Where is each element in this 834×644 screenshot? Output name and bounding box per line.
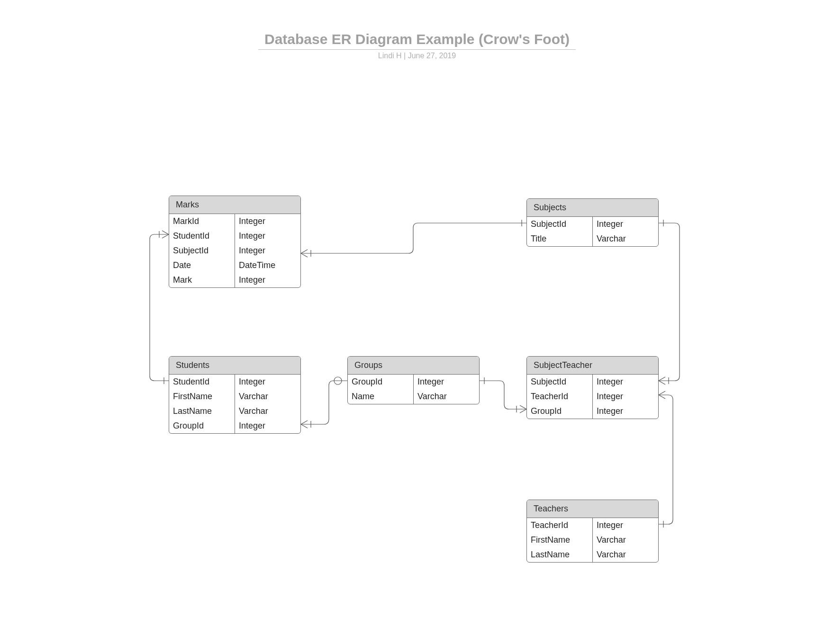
field-type: Varchar — [235, 404, 300, 419]
entity-header-groups: Groups — [348, 357, 479, 375]
entity-header-marks: Marks — [169, 196, 300, 214]
svg-line-17 — [520, 405, 526, 409]
field-type: Integer — [235, 375, 300, 389]
field-type: Varchar — [235, 389, 300, 404]
rel-subjects-marks — [301, 223, 526, 253]
rel-teachers-subjectteacher — [659, 395, 673, 524]
field-name: SubjectId — [527, 375, 592, 389]
rel-groups-subjectteacher — [480, 381, 526, 409]
svg-line-2 — [162, 234, 169, 238]
field-name: LastName — [527, 547, 592, 562]
entity-header-subjects: Subjects — [527, 199, 658, 217]
field-type: Integer — [593, 389, 658, 404]
entity-groups: GroupsGroupIdNameIntegerVarchar — [347, 356, 480, 404]
field-name: LastName — [169, 404, 235, 419]
diagram-header: Database ER Diagram Example (Crow's Foot… — [0, 31, 834, 60]
field-name: StudentId — [169, 229, 235, 243]
field-name: StudentId — [169, 375, 235, 389]
field-name: Mark — [169, 273, 235, 287]
entity-subjectteacher: SubjectTeacherSubjectIdTeacherIdGroupIdI… — [526, 356, 659, 419]
svg-line-25 — [659, 391, 665, 395]
svg-line-14 — [301, 424, 308, 428]
field-type: Integer — [235, 214, 300, 229]
svg-line-13 — [301, 420, 308, 424]
entity-header-subjectteacher: SubjectTeacher — [527, 357, 658, 375]
entity-subjects: SubjectsSubjectIdTitleIntegerVarchar — [526, 198, 659, 247]
diagram-subtitle: Lindi H | June 27, 2019 — [0, 52, 834, 60]
svg-line-8 — [301, 253, 308, 257]
field-name: Date — [169, 258, 235, 273]
field-name: SubjectId — [527, 217, 592, 232]
diagram-canvas: MarksMarkIdStudentIdSubjectIdDateMarkInt… — [0, 60, 834, 644]
entity-marks: MarksMarkIdStudentIdSubjectIdDateMarkInt… — [169, 196, 301, 288]
field-type: Integer — [235, 243, 300, 258]
svg-line-18 — [520, 409, 526, 413]
field-type: Integer — [593, 518, 658, 533]
field-name: TeacherId — [527, 389, 592, 404]
field-type: Integer — [235, 273, 300, 287]
field-type: Integer — [235, 229, 300, 243]
svg-line-22 — [659, 381, 665, 385]
entity-header-students: Students — [169, 357, 300, 375]
field-name: SubjectId — [169, 243, 235, 258]
svg-point-11 — [334, 377, 342, 385]
diagram-title: Database ER Diagram Example (Crow's Foot… — [0, 31, 834, 47]
field-name: TeacherId — [527, 518, 592, 533]
field-name: GroupId — [169, 419, 235, 433]
field-name: FirstName — [527, 533, 592, 547]
field-name: GroupId — [348, 375, 413, 389]
field-type: Integer — [235, 419, 300, 433]
svg-line-21 — [659, 377, 665, 381]
rel-subjects-subjectteacher — [659, 223, 680, 381]
field-name: FirstName — [169, 389, 235, 404]
rel-groups-students — [301, 381, 347, 424]
field-name: Title — [527, 232, 592, 246]
entity-teachers: TeachersTeacherIdFirstNameLastNameIntege… — [526, 500, 659, 563]
svg-line-7 — [301, 250, 308, 253]
field-name: GroupId — [527, 404, 592, 419]
field-type: Integer — [593, 217, 658, 232]
field-name: Name — [348, 389, 413, 404]
svg-line-26 — [659, 395, 665, 399]
field-type: Integer — [593, 375, 658, 389]
field-type: Varchar — [593, 232, 658, 246]
field-type: DateTime — [235, 258, 300, 273]
rel-students-marks — [150, 234, 169, 381]
field-type: Integer — [593, 404, 658, 419]
field-type: Integer — [414, 375, 479, 389]
field-type: Varchar — [414, 389, 479, 404]
entity-header-teachers: Teachers — [527, 500, 658, 518]
field-type: Varchar — [593, 533, 658, 547]
connector-layer — [0, 60, 834, 644]
field-type: Varchar — [593, 547, 658, 562]
field-name: MarkId — [169, 214, 235, 229]
title-divider — [258, 49, 576, 50]
entity-students: StudentsStudentIdFirstNameLastNameGroupI… — [169, 356, 301, 434]
svg-line-1 — [162, 231, 169, 234]
